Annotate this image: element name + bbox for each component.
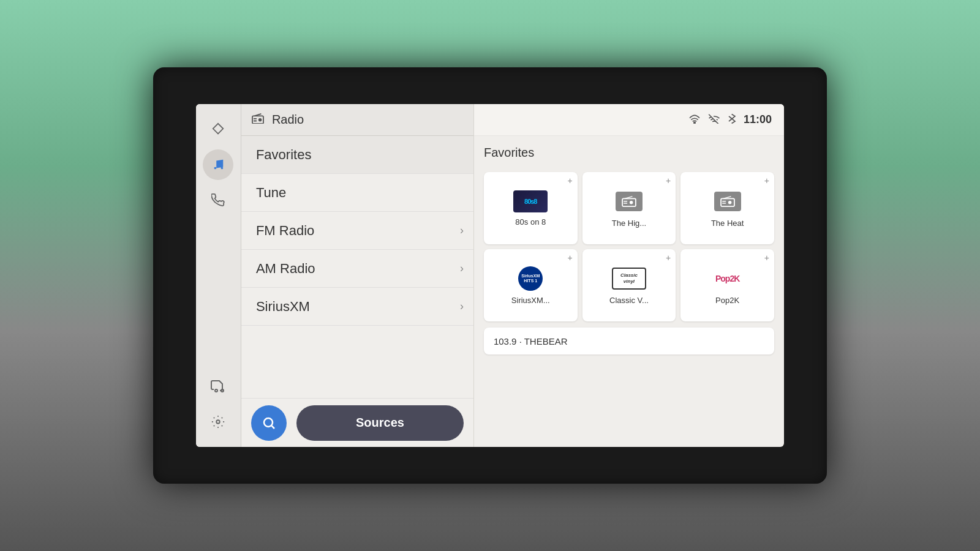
music-icon[interactable] (203, 149, 233, 180)
logo-the-heat (709, 189, 746, 214)
menu-item-tune[interactable]: Tune (241, 174, 473, 212)
menu-item-fm-radio[interactable]: FM Radio › (241, 212, 473, 250)
sources-button[interactable]: Sources (296, 405, 464, 441)
status-bar: 11:00 (474, 104, 784, 136)
left-panel: Radio Favorites Tune FM Radio › AM (241, 104, 474, 447)
favorite-card-siriusxm[interactable]: + SiriusXMHITS 1 SiriusXM... (484, 249, 578, 321)
svg-rect-17 (722, 201, 726, 201)
screen-content: Radio Favorites Tune FM Radio › AM (241, 104, 784, 447)
favorites-title: Favorites (484, 146, 774, 160)
svg-rect-4 (254, 118, 257, 119)
fav-label-classic-vinyl: Classic V... (609, 296, 649, 305)
favorites-grid: + 80s8 80s on 8 + (474, 172, 784, 321)
menu-label-favorites: Favorites (256, 147, 311, 163)
svg-point-12 (630, 201, 633, 204)
fav-label-80s-on-8: 80s on 8 (515, 217, 546, 227)
am-arrow-icon: › (460, 262, 464, 275)
now-playing-bar[interactable]: 103.9 · THEBEAR (484, 328, 774, 354)
logo-classic-vinyl: Classicvinyl (611, 266, 647, 291)
now-playing-text: 103.9 · THEBEAR (494, 336, 568, 347)
add-favorite-the-hig[interactable]: + (666, 176, 671, 186)
favorites-header: Favorites (474, 136, 784, 172)
menu-label-am: AM Radio (256, 261, 315, 277)
wireless-icon (688, 114, 701, 126)
search-button[interactable] (251, 405, 287, 441)
menu-item-am-radio[interactable]: AM Radio › (241, 250, 473, 288)
svg-rect-11 (622, 198, 636, 206)
add-favorite-the-heat[interactable]: + (764, 176, 769, 186)
favorite-card-classic-vinyl[interactable]: + Classicvinyl Classic V... (582, 249, 676, 321)
logo-the-hig (611, 189, 647, 214)
fav-label-siriusxm: SiriusXM... (511, 296, 550, 305)
fm-arrow-icon: › (460, 224, 464, 237)
svg-line-7 (272, 425, 274, 428)
logo-80s-on-8: 80s8 (513, 190, 548, 212)
menu-list: Favorites Tune FM Radio › AM Radio › Sir (241, 136, 473, 398)
svg-rect-13 (624, 201, 627, 201)
menu-item-siriusxm[interactable]: SiriusXM › (241, 288, 473, 326)
add-favorite-pop2k[interactable]: + (764, 253, 769, 263)
right-panel: 11:00 Favorites + 80s8 80s on 8 (474, 104, 784, 447)
svg-rect-5 (254, 121, 257, 122)
siriusxm-arrow-icon: › (460, 300, 464, 313)
favorite-card-the-hig[interactable]: + T (582, 172, 676, 244)
bluetooth-icon (728, 113, 736, 127)
header-title: Radio (272, 113, 304, 127)
app-header: Radio (241, 104, 473, 136)
svg-marker-0 (213, 124, 224, 134)
svg-rect-18 (722, 203, 726, 203)
phone-icon[interactable] (203, 185, 233, 216)
favorite-card-80s-on-8[interactable]: + 80s8 80s on 8 (484, 172, 578, 244)
menu-label-siriusxm: SiriusXM (256, 299, 310, 315)
car-icon[interactable] (203, 371, 233, 402)
logo-siriusxm: SiriusXMHITS 1 (512, 266, 549, 291)
svg-point-9 (694, 122, 695, 123)
svg-rect-15 (721, 198, 734, 206)
svg-point-3 (258, 118, 262, 121)
svg-point-6 (264, 418, 273, 427)
touchscreen: Radio Favorites Tune FM Radio › AM (196, 104, 784, 447)
signal-slash-icon (708, 114, 720, 126)
sidebar (196, 104, 241, 447)
radio-header-icon (251, 113, 265, 127)
dashboard-bezel: Radio Favorites Tune FM Radio › AM (153, 67, 827, 484)
add-favorite-siriusxm[interactable]: + (567, 253, 572, 263)
menu-item-favorites[interactable]: Favorites (241, 136, 473, 174)
navigation-icon[interactable] (203, 114, 233, 144)
logo-pop2k: Pop2K (709, 266, 746, 291)
bottom-action-bar: Sources (241, 398, 473, 447)
svg-point-16 (728, 201, 731, 204)
menu-label-fm: FM Radio (256, 223, 314, 239)
svg-point-1 (217, 420, 221, 424)
menu-label-tune: Tune (256, 185, 286, 201)
add-favorite-80s[interactable]: + (567, 176, 572, 186)
fav-label-the-heat: The Heat (711, 219, 744, 228)
favorite-card-the-heat[interactable]: + T (680, 172, 774, 244)
fav-label-the-hig: The Hig... (612, 219, 646, 228)
svg-rect-14 (624, 203, 627, 203)
settings-icon[interactable] (203, 407, 233, 437)
status-time: 11:00 (744, 113, 772, 126)
add-favorite-classic-vinyl[interactable]: + (666, 253, 671, 263)
fav-label-pop2k: Pop2K (715, 296, 739, 305)
sources-label: Sources (356, 416, 404, 430)
favorite-card-pop2k[interactable]: + Pop2K Pop2K (680, 249, 774, 321)
